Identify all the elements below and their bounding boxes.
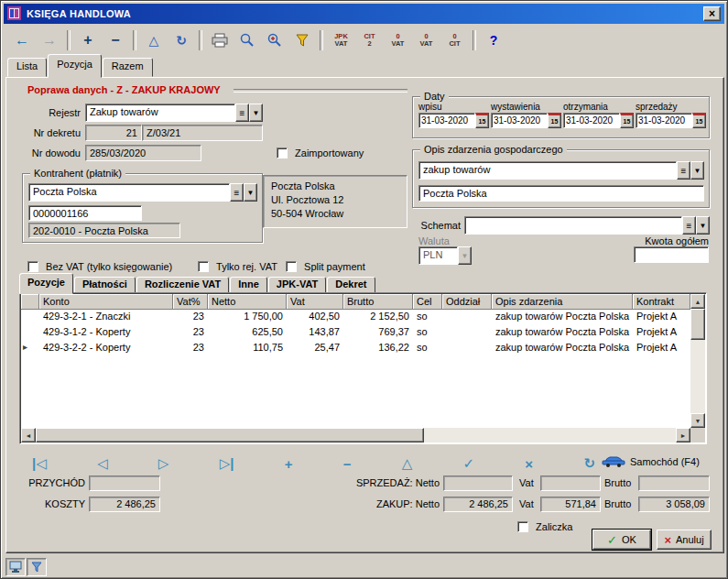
waluta-combo[interactable]: PLN ▼	[418, 246, 472, 265]
zero-cit-button[interactable]: 0 CIT	[441, 27, 468, 52]
column-header[interactable]: Brutto	[343, 294, 413, 310]
column-header[interactable]: Vat	[287, 294, 343, 310]
table-cell[interactable]: Projekt A	[633, 341, 690, 356]
tab-rozliczenie-vat[interactable]: Rozliczenie VAT	[136, 277, 229, 293]
tab-dekret[interactable]: Dekret	[327, 277, 375, 293]
kontrahent-nip-field[interactable]: 0000001166	[28, 205, 142, 221]
chevron-down-icon[interactable]: ▼	[249, 104, 263, 122]
column-header[interactable]: Oddział	[442, 294, 492, 310]
table-cell[interactable]: so	[413, 341, 442, 356]
split-payment-checkbox[interactable]	[286, 261, 297, 272]
delete-icon[interactable]: −	[103, 28, 128, 52]
delete-record-icon[interactable]: −	[343, 456, 352, 472]
tab-jpk-vat[interactable]: JPK-VAT	[268, 277, 326, 293]
table-cell[interactable]: 23	[173, 310, 208, 325]
table-cell[interactable]: zakup towarów Poczta Polska	[492, 310, 633, 325]
table-cell[interactable]: 769,37	[343, 325, 413, 341]
column-header[interactable]: Netto	[208, 294, 287, 310]
filter-icon[interactable]	[289, 28, 315, 52]
help-icon[interactable]: ?	[481, 28, 506, 52]
table-cell[interactable]: 402,50	[287, 310, 343, 325]
first-record-icon[interactable]: |◁	[32, 455, 47, 472]
tylko-rej-vat-checkbox[interactable]	[198, 261, 209, 272]
zaimportowany-checkbox[interactable]	[277, 147, 288, 158]
table-cell[interactable]: 25,47	[287, 341, 343, 356]
list-icon[interactable]: ≡	[677, 161, 690, 180]
chevron-down-icon[interactable]: ▼	[458, 246, 472, 265]
scroll-down-icon[interactable]: ▼	[690, 413, 705, 428]
table-cell[interactable]: 136,22	[343, 341, 413, 356]
opis-kontrahent-field[interactable]: Poczta Polska	[418, 185, 704, 202]
scroll-left-icon[interactable]: ◄	[21, 428, 36, 442]
search-icon[interactable]	[234, 28, 260, 52]
last-record-icon[interactable]: ▷|	[220, 455, 234, 472]
table-row[interactable]: ▸429-3-2-2 - Koperty23110,7525,47136,22s…	[21, 341, 690, 356]
edit-icon[interactable]: △	[141, 28, 167, 52]
prev-record-icon[interactable]: ◁	[97, 455, 108, 472]
tab-platnosci[interactable]: Płatności	[74, 277, 136, 293]
column-header[interactable]: Konto	[39, 294, 173, 310]
horizontal-scrollbar[interactable]: ◄ ►	[21, 428, 690, 442]
calendar-icon[interactable]: 15	[620, 113, 634, 128]
refresh-record-icon[interactable]: ↻	[583, 455, 595, 472]
back-icon[interactable]: ←	[9, 28, 35, 52]
table-cell[interactable]: 625,50	[208, 325, 287, 341]
date-sprzedazy-field[interactable]: 31-03-2020	[636, 113, 692, 128]
scroll-right-icon[interactable]: ►	[676, 428, 690, 442]
insert-record-icon[interactable]: +	[285, 456, 293, 472]
table-cell[interactable]: 23	[173, 325, 208, 341]
zaliczka-checkbox[interactable]	[517, 521, 528, 532]
list-icon[interactable]: ≡	[230, 183, 244, 202]
scroll-up-icon[interactable]: ▲	[690, 294, 705, 309]
title-bar[interactable]: KSIĘGA HANDLOWA ×	[4, 4, 724, 24]
computer-icon[interactable]	[5, 558, 26, 576]
vertical-scrollbar[interactable]: ▲ ▼	[690, 294, 705, 428]
jpk-vat-button[interactable]: JPK VAT	[328, 27, 354, 52]
ok-button[interactable]: ✓ OK	[592, 530, 651, 550]
table-cell[interactable]: 143,87	[287, 325, 343, 341]
chevron-down-icon[interactable]: ▼	[244, 183, 257, 202]
cancel-record-icon[interactable]: ×	[525, 456, 533, 472]
table-cell[interactable]: Projekt A	[633, 325, 690, 341]
search-edit-icon[interactable]	[262, 28, 288, 52]
edit-record-icon[interactable]: △	[402, 455, 413, 472]
table-cell[interactable]: zakup towarów Poczta Polska	[492, 341, 633, 356]
kwota-ogolem-field[interactable]	[634, 246, 709, 263]
post-record-icon[interactable]: ✓	[463, 455, 475, 472]
bez-vat-checkbox[interactable]	[27, 261, 38, 272]
calendar-icon[interactable]: 15	[475, 113, 489, 128]
scrollbar-thumb[interactable]	[36, 428, 424, 442]
tab-inne[interactable]: Inne	[230, 277, 267, 293]
tab-razem[interactable]: Razem	[103, 58, 153, 77]
column-header[interactable]: Vat%	[173, 294, 208, 310]
filter-settings-icon[interactable]	[27, 558, 47, 576]
nr-dekretu-symbol-field[interactable]: Z/03/21	[142, 125, 263, 141]
anuluj-button[interactable]: × Anuluj	[657, 530, 712, 550]
table-cell[interactable]: 110,75	[208, 341, 287, 356]
table-cell[interactable]	[442, 341, 492, 356]
table-cell[interactable]: 23	[173, 341, 208, 356]
date-wpisu-field[interactable]: 31-03-2020	[418, 113, 475, 128]
calendar-icon[interactable]: 15	[548, 113, 561, 128]
table-cell[interactable]: 429-3-2-2 - Koperty	[39, 341, 173, 356]
kontrahent-konto-field[interactable]: 202-0010 - Poczta Polska	[28, 223, 180, 238]
cit-2-button[interactable]: CIT 2	[356, 27, 383, 52]
chevron-down-icon[interactable]: ▼	[690, 161, 704, 180]
date-wystawienia-field[interactable]: 31-03-2020	[491, 113, 548, 128]
list-icon[interactable]: ≡	[235, 104, 249, 122]
table-cell[interactable]: 429-3-1-2 - Koperty	[39, 325, 173, 341]
add-icon[interactable]: +	[75, 28, 101, 52]
column-header[interactable]: Opis zdarzenia	[492, 294, 633, 310]
table-cell[interactable]	[442, 310, 492, 325]
table-cell[interactable]: 1 750,00	[208, 310, 287, 325]
date-otrzymania-field[interactable]: 31-03-2020	[563, 113, 620, 128]
table-cell[interactable]: so	[413, 325, 442, 341]
table-row[interactable]: 429-3-1-2 - Koperty23625,50143,87769,37s…	[21, 325, 690, 341]
table-cell[interactable]: 429-3-2-1 - Znaczki	[39, 310, 173, 325]
zero-vat-button[interactable]: 0 VAT	[385, 27, 411, 52]
opis-combo[interactable]: zakup towarów ≡ ▼	[418, 161, 704, 180]
column-header[interactable]: Cel	[413, 294, 442, 310]
table-cell[interactable]: zakup towarów Poczta Polska	[492, 325, 633, 341]
chevron-down-icon[interactable]: ▼	[696, 216, 710, 235]
table-cell[interactable]: Projekt A	[633, 310, 690, 325]
